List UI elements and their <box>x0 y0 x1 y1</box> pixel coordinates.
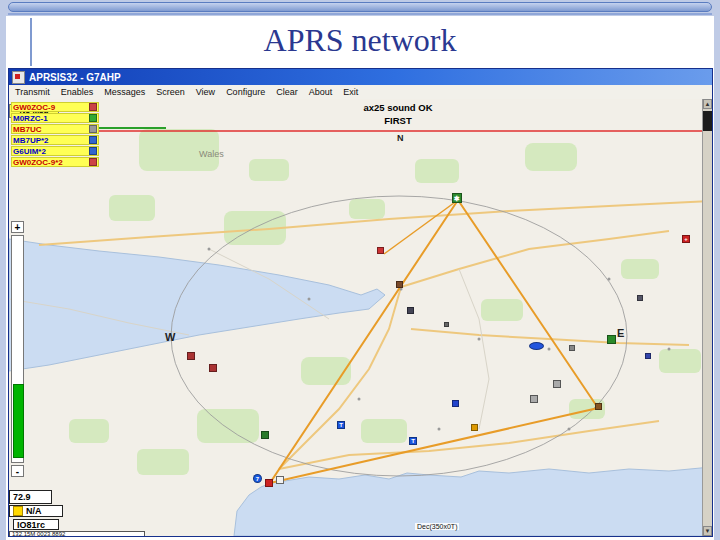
map-station-marker[interactable] <box>265 479 273 487</box>
zoom-in-button[interactable]: + <box>11 221 24 233</box>
zoom-out-button[interactable]: - <box>11 465 24 477</box>
zoom-thumb[interactable] <box>13 384 24 458</box>
station-row[interactable]: MB7UC <box>11 124 99 134</box>
map-station-marker[interactable]: T <box>337 421 345 429</box>
top-status: ax25 sound OK FIRST <box>298 102 498 128</box>
warning-icon <box>13 506 23 516</box>
map-station-marker[interactable] <box>452 400 459 407</box>
map-station-marker[interactable] <box>471 424 478 431</box>
menu-item-clear[interactable]: Clear <box>276 87 298 97</box>
map-station-marker[interactable] <box>637 295 643 301</box>
station-row[interactable]: M0RZC-1 <box>11 113 99 123</box>
status-bar-left: 132.15M 0023.8892 <box>9 531 145 536</box>
map-station-marker[interactable] <box>444 322 449 327</box>
aprsis32-window: APRSIS32 - G7AHP TransmitEnablesMessages… <box>8 68 713 537</box>
map-station-marker[interactable] <box>530 395 538 403</box>
menu-item-about[interactable]: About <box>309 87 333 97</box>
map-station-marker[interactable]: ✱ <box>452 193 462 203</box>
window-title: APRSIS32 - G7AHP <box>29 72 121 83</box>
scroll-up-button[interactable]: ▲ <box>703 99 712 109</box>
map-station-marker[interactable] <box>209 364 217 372</box>
station-symbol-icon <box>89 158 97 166</box>
status-ax25: ax25 sound OK <box>298 102 498 115</box>
station-callsign: GW0ZOC-9 <box>13 103 55 112</box>
slide-frame-top-line <box>8 13 712 15</box>
gps-fix-value: N/A <box>26 506 42 516</box>
map-station-marker[interactable] <box>407 307 414 314</box>
scroll-down-button[interactable]: ▼ <box>703 526 712 536</box>
zoom-track[interactable] <box>11 235 24 463</box>
map-station-marker[interactable] <box>396 281 403 288</box>
map-station-marker[interactable] <box>261 431 269 439</box>
menu-item-messages[interactable]: Messages <box>104 87 145 97</box>
map-station-marker[interactable] <box>529 342 544 350</box>
station-row[interactable]: MB7UP*2 <box>11 135 99 145</box>
zoom-control: + - <box>11 221 27 477</box>
vertical-scrollbar[interactable]: ▲ ▼ <box>702 99 712 536</box>
map-station-marker[interactable]: + <box>682 235 690 243</box>
station-callsign: GW0ZOC-9*2 <box>13 158 63 167</box>
station-symbol-icon <box>89 103 97 111</box>
station-callsign: MB7UC <box>13 125 41 134</box>
menu-item-transmit[interactable]: Transmit <box>15 87 50 97</box>
menu-item-view[interactable]: View <box>196 87 215 97</box>
window-titlebar[interactable]: APRSIS32 - G7AHP <box>9 69 712 85</box>
slide-title: APRS network <box>0 22 720 59</box>
map-markers-layer: ✱TT7+ <box>9 99 712 536</box>
station-list: GW0ZOC-9M0RZC-1MB7UCMB7UP*2G6UIM*2GW0ZOC… <box>11 102 99 167</box>
station-callsign: M0RZC-1 <box>13 114 48 123</box>
menu-item-enables[interactable]: Enables <box>61 87 94 97</box>
menu-item-screen[interactable]: Screen <box>156 87 185 97</box>
map-station-marker[interactable] <box>645 353 651 359</box>
map-station-marker[interactable] <box>595 403 602 410</box>
menu-item-exit[interactable]: Exit <box>343 87 358 97</box>
station-symbol-icon <box>89 147 97 155</box>
map-station-marker[interactable] <box>187 352 195 360</box>
station-callsign: G6UIM*2 <box>13 147 46 156</box>
map-station-marker[interactable] <box>377 247 384 254</box>
map-station-marker[interactable] <box>569 345 575 351</box>
menu-item-configure[interactable]: Configure <box>226 87 265 97</box>
status-bar-center: Dec(350x0T) <box>415 523 459 530</box>
station-row[interactable]: G6UIM*2 <box>11 146 99 156</box>
station-row[interactable]: GW0ZOC-9 <box>11 102 99 112</box>
scrollbar-thumb[interactable] <box>703 111 712 131</box>
map-area[interactable]: WalesWEN ✱TT7+ GW0ZOC-9M0RZC-1MB7UCMB7UP… <box>9 99 712 536</box>
map-station-marker[interactable]: T <box>409 437 417 445</box>
map-station-marker[interactable] <box>553 380 561 388</box>
gps-fix-readout: N/A <box>9 505 63 517</box>
grid-square-readout: IO81rc <box>13 519 59 530</box>
app-icon <box>12 71 25 84</box>
station-symbol-icon <box>89 125 97 133</box>
map-scale-readout: 72.9 <box>9 490 52 504</box>
map-station-marker[interactable] <box>276 476 284 484</box>
map-station-marker[interactable]: 7 <box>253 474 262 483</box>
station-symbol-icon <box>89 136 97 144</box>
map-station-marker[interactable] <box>607 335 616 344</box>
status-first: FIRST <box>298 115 498 128</box>
station-row[interactable]: GW0ZOC-9*2 <box>11 157 99 167</box>
slide-frame-top-bar <box>8 2 712 12</box>
station-callsign: MB7UP*2 <box>13 136 49 145</box>
menu-bar: TransmitEnablesMessagesScreenViewConfigu… <box>9 85 712 100</box>
station-symbol-icon <box>89 114 97 122</box>
